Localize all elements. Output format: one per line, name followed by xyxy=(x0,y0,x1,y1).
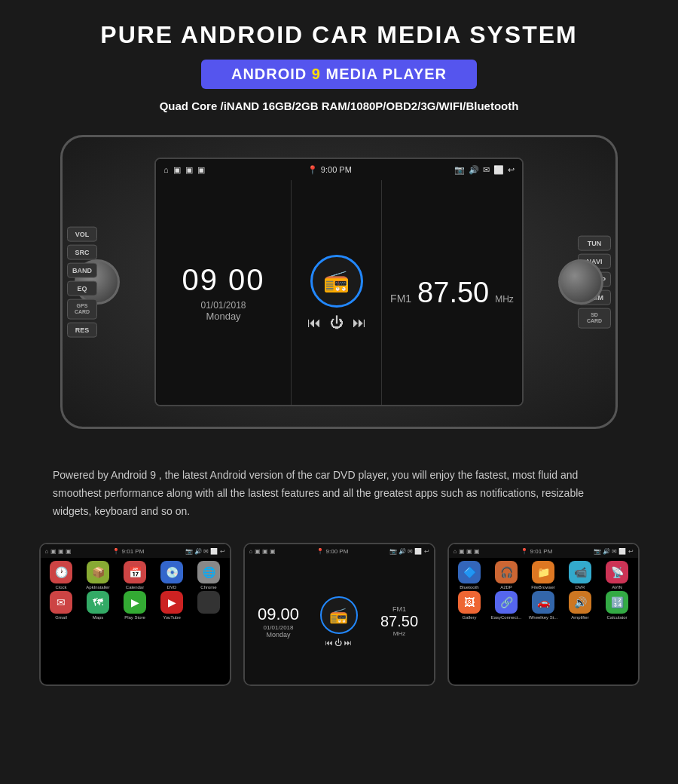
mini-app-item[interactable]: 📦 ApkInstaller xyxy=(81,561,116,590)
mini-app-icon: 🗺 xyxy=(87,591,109,614)
sd-card-button[interactable]: SDCARD xyxy=(578,308,611,329)
mini-app-item[interactable]: 🌐 Chrome xyxy=(191,561,227,590)
mini-app-item[interactable]: 🕐 Clock xyxy=(44,561,79,590)
screen-icon: ⬜ xyxy=(493,165,504,175)
mini-app-item[interactable]: 🔗 EasyConnect... xyxy=(489,591,524,620)
mini-apps-grid: 🔷 Bluetooth 🎧 A2DP 📁 FileBrowser xyxy=(449,558,638,623)
location-icon: 📍 xyxy=(307,165,318,175)
mini-app-icon: ▶ xyxy=(124,591,146,614)
gps-card-button[interactable]: GPSCARD xyxy=(67,299,97,320)
clock-date: 01/01/2018 xyxy=(200,300,246,311)
mini-app-item[interactable]: 📁 FileBrowser xyxy=(526,561,561,590)
mini-app-label: Maps xyxy=(93,615,104,620)
clock-panel: 09 00 01/01/2018 Monday xyxy=(156,180,292,405)
eq-button[interactable]: EQ xyxy=(67,281,97,296)
mini-app-label: YouTube xyxy=(163,615,181,620)
mini-app-icon: 🌐 xyxy=(197,561,220,583)
mini-app-icon: 🔗 xyxy=(495,591,518,614)
device-wrapper: VOL SRC BAND EQ GPSCARD RES TUN NAVI SET… xyxy=(0,127,678,444)
mini-fm: FM1 87.50 MHz xyxy=(365,558,434,684)
mini-status-bar: ⌂ ▣ ▣ ▣ 📍 9:01 PM 📷 🔊 ✉ ⬜ ↩ xyxy=(449,544,638,558)
mini-app-item[interactable]: ▶ YouTube xyxy=(154,591,190,620)
screenshot-1: ⌂ ▣ ▣ ▣ 📍 9:00 PM 📷 🔊 ✉ ⬜ ↩ 09.00 01/01/… xyxy=(243,543,435,686)
mini-app-icon: 🎧 xyxy=(495,561,518,583)
mini-app-icon: ▶ xyxy=(160,591,183,614)
mini-app-label: Calculator xyxy=(606,615,627,620)
fm-freq: 87.50 xyxy=(417,277,489,309)
app-item-music[interactable]: 🎵 Music xyxy=(302,406,375,406)
mini-app-item[interactable]: ▶ Play Store xyxy=(118,591,153,620)
badge-text: ANDROID xyxy=(231,66,312,82)
mini-app-icon: 🔊 xyxy=(569,591,591,614)
mini-app-item[interactable]: 🚗 Wheelkey St... xyxy=(526,591,561,620)
app-item-video[interactable]: 🎬 Video xyxy=(376,406,449,406)
mini-status-bar: ⌂ ▣ ▣ ▣ 📍 9:01 PM 📷 🔊 ✉ ⬜ ↩ xyxy=(41,544,230,558)
main-title: PURE ANDROID CAR MEDIA SYSTEM xyxy=(15,21,663,49)
fm-panel: FM1 87.50 MHz xyxy=(382,180,522,405)
mini-status-bar: ⌂ ▣ ▣ ▣ 📍 9:00 PM 📷 🔊 ✉ ⬜ ↩ xyxy=(245,544,434,558)
screenshot-0: ⌂ ▣ ▣ ▣ 📍 9:01 PM 📷 🔊 ✉ ⬜ ↩ 🕐 Clock 📦 Ap xyxy=(39,543,231,686)
mini-app-label: Calendar xyxy=(126,585,144,590)
mini-app-item[interactable]: 📅 Calendar xyxy=(118,561,153,590)
mini-app-icon: 📹 xyxy=(569,561,591,583)
mini-app-item[interactable]: 🎧 A2DP xyxy=(489,561,524,590)
specs-text: Quad Core /iNAND 16GB/2GB RAM/1080P/OBD2… xyxy=(15,100,663,112)
app-item-settings[interactable]: ⚙ Settings xyxy=(449,406,522,406)
vol-button[interactable]: VOL xyxy=(67,227,97,242)
main-screen: ⌂ ▣ ▣ ▣ 📍 9:00 PM 📷 🔊 ✉ ⬜ ↩ xyxy=(154,158,524,406)
mini-app-item[interactable]: 🗺 Maps xyxy=(81,591,116,620)
back-icon[interactable]: ↩ xyxy=(508,165,515,175)
mini-app-item[interactable]: 🔢 Calculator xyxy=(600,591,635,620)
mini-app-icon: 🖼 xyxy=(458,591,481,614)
app-item-radio[interactable]: 📻 Radio xyxy=(229,406,302,406)
mini-controls: ⏮ ⏻ ⏭ xyxy=(325,639,353,647)
mini-app-icon: 🚗 xyxy=(532,591,554,614)
mini-app-item[interactable]: 📹 DVR xyxy=(563,561,598,590)
mini-app-label: ApkInstaller xyxy=(86,585,109,590)
mini-app-icon: 📡 xyxy=(606,561,628,583)
mini-app-item[interactable]: 🔷 Bluetooth xyxy=(452,561,487,590)
mini-app-row: 📍 Navigation 📻 Radio 🎵 Music xyxy=(245,684,434,686)
mini-app-icon: 📁 xyxy=(532,561,554,583)
mini-app-label: Bluetooth xyxy=(460,585,478,590)
app-item-navigation[interactable]: 📍 Navigation xyxy=(156,406,229,406)
description-text: Powered by Android 9 , the latest Androi… xyxy=(0,444,678,535)
next-button[interactable]: ⏭ xyxy=(353,315,366,331)
mini-clock: 09.00 01/01/2018 Monday xyxy=(245,558,313,684)
mini-app-icon: 🕐 xyxy=(50,561,72,583)
clock-day: Monday xyxy=(206,311,240,322)
message-icon: ✉ xyxy=(483,165,490,175)
mini-app-item[interactable]: 📡 AVIN xyxy=(600,561,635,590)
src-button[interactable]: SRC xyxy=(67,245,97,260)
band-button[interactable]: BAND xyxy=(67,263,97,278)
header: PURE ANDROID CAR MEDIA SYSTEM ANDROID 9 … xyxy=(0,0,678,127)
clock-time: 09 00 xyxy=(182,263,264,297)
mini-app-item[interactable] xyxy=(191,591,227,620)
right-knob[interactable] xyxy=(558,259,603,305)
fm-unit: MHz xyxy=(495,294,514,305)
status-icon-3: ▣ xyxy=(197,165,205,175)
volume-icon: 🔊 xyxy=(469,165,479,175)
power-button[interactable]: ⏻ xyxy=(330,315,344,331)
mini-app-item[interactable]: 💿 DVD xyxy=(154,561,190,590)
radio-controls: ⏮ ⏻ ⏭ xyxy=(307,315,366,331)
home-button[interactable]: ⌂ xyxy=(163,165,169,174)
mini-radio-circle: 📻 xyxy=(320,596,358,634)
status-right: 📷 🔊 ✉ ⬜ ↩ xyxy=(454,165,515,175)
mini-app-item[interactable]: ✉ Gmail xyxy=(44,591,79,620)
status-bar: ⌂ ▣ ▣ ▣ 📍 9:00 PM 📷 🔊 ✉ ⬜ ↩ xyxy=(156,159,522,180)
mini-app-item[interactable]: 🔊 Amplifier xyxy=(563,591,598,620)
prev-button[interactable]: ⏮ xyxy=(307,315,321,331)
status-left: ⌂ ▣ ▣ ▣ xyxy=(163,165,205,175)
mini-app-label: FileBrowser xyxy=(531,585,555,590)
tun-button[interactable]: TUN xyxy=(578,236,611,251)
mini-app-item[interactable]: 🖼 Gallery xyxy=(452,591,487,620)
mini-app-icon: ✉ xyxy=(50,591,72,614)
screen-content: 09 00 01/01/2018 Monday 📻 ⏮ ⏻ ⏭ xyxy=(156,180,522,405)
mini-apps-grid: 🕐 Clock 📦 ApkInstaller 📅 Calendar xyxy=(41,558,230,623)
mini-app-label: DVR xyxy=(576,585,585,590)
res-button[interactable]: RES xyxy=(67,322,97,337)
mini-app-label: EasyConnect... xyxy=(491,615,522,620)
mini-app-label: Clock xyxy=(55,585,66,590)
status-icon-1: ▣ xyxy=(173,165,181,175)
